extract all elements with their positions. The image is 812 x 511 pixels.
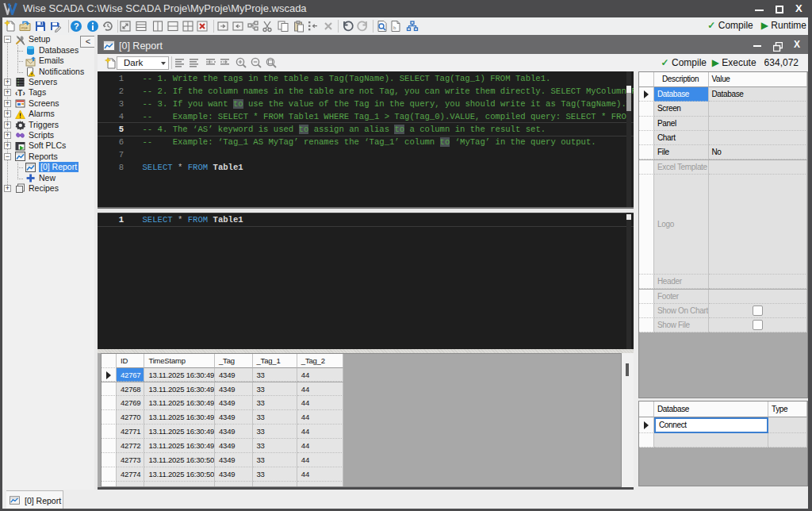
svg-text:PDF: PDF [21,26,29,30]
svg-text:‹T›: ‹T› [15,89,25,98]
svg-text:?: ? [74,21,79,31]
